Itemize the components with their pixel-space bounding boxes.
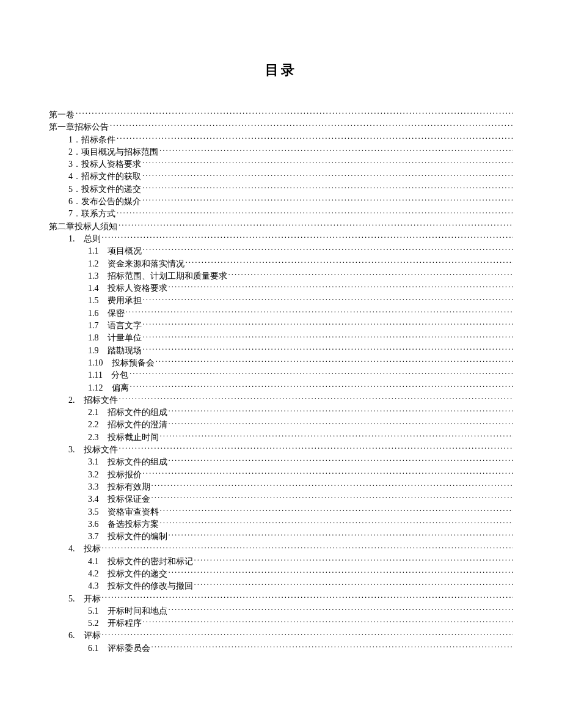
toc-entry-label: 3.6 备选投标方案 [88,518,159,531]
toc-entry: 1.11 分包 [49,369,513,381]
toc-title: 目录 [49,61,513,79]
toc-leader-dots [160,432,514,440]
toc-leader-dots [119,394,514,403]
toc-entry: 3.4 投标保证金 [49,493,513,506]
toc-entry-label: 5.2 开标程序 [88,617,142,630]
toc-leader-dots [110,121,513,130]
toc-entry: 3.1 投标文件的组成 [49,456,513,468]
toc-entry: 3.7 投标文件的编制 [49,531,513,543]
toc-entry-label: 5. 开标 [68,593,101,605]
toc-entry-label: 4. 投标 [68,543,101,555]
toc-entry: 4．招标文件的获取 [49,171,513,183]
toc-entry-label: 1.8 计量单位 [88,332,142,344]
toc-leader-dots [194,580,514,589]
toc-leader-dots [186,258,514,267]
toc-entry-label: 1.1 项目概况 [88,245,142,257]
toc-leader-dots [169,531,514,539]
toc-leader-dots [159,146,513,155]
toc-leader-dots [142,171,513,179]
toc-leader-dots [228,270,514,279]
toc-entry: 1.8 计量单位 [49,332,513,344]
toc-leader-dots [143,320,514,328]
toc-leader-dots [102,630,514,638]
toc-entry: 4.3 投标文件的修改与撤回 [49,580,513,592]
toc-entry-label: 第一卷 [49,109,75,121]
toc-leader-dots [102,593,514,601]
toc-entry-label: 4.3 投标文件的修改与撤回 [88,580,193,592]
toc-leader-dots [143,245,514,254]
toc-entry-label: 3.7 投标文件的编制 [88,531,167,543]
toc-entry: 5. 开标 [49,593,513,605]
toc-entry: 5.2 开标程序 [49,617,513,630]
toc-leader-dots [117,208,513,216]
toc-leader-dots [143,345,514,353]
toc-leader-dots [143,332,514,340]
toc-entry: 1.1 项目概况 [49,245,513,257]
toc-leader-dots [156,357,514,366]
toc-entry-label: 3. 投标文件 [68,444,118,456]
toc-entry: 1．招标条件 [49,134,513,146]
toc-entry-label: 7．联系方式 [68,208,115,220]
toc-entry: 1.9 踏勘现场 [49,345,513,357]
toc-leader-dots [142,158,513,167]
toc-entry: 1.10 投标预备会 [49,357,513,369]
toc-leader-dots [169,406,514,415]
toc-entry-label: 3．投标人资格要求 [68,158,141,171]
toc-entry-label: 2.3 投标截止时间 [88,432,159,444]
toc-entry-label: 1．招标条件 [68,134,115,146]
toc-entry-label: 1.12 偏离 [88,382,129,394]
toc-entry: 第二章投标人须知 [49,221,513,233]
toc-entry: 1.3 招标范围、计划工期和质量要求 [49,270,513,282]
toc-entry-label: 3.4 投标保证金 [88,493,150,506]
toc-entry: 1.7 语言文字 [49,320,513,332]
toc-entry: 1.4 投标人资格要求 [49,282,513,295]
toc-entry: 2. 招标文件 [49,394,513,406]
toc-leader-dots [119,221,513,229]
toc-leader-dots [169,605,514,614]
toc-leader-dots [126,307,514,316]
toc-entry: 2.3 投标截止时间 [49,432,513,444]
toc-leader-dots [142,183,513,192]
toc-entry: 7．联系方式 [49,208,513,220]
toc-entry-label: 第二章投标人须知 [49,221,117,233]
toc-entry-label: 1.2 资金来源和落实情况 [88,258,184,270]
toc-leader-dots [117,134,513,142]
toc-leader-dots [142,196,513,204]
toc-entry-label: 第一章招标公告 [49,121,109,133]
toc-entry-label: 1.3 招标范围、计划工期和质量要求 [88,270,227,282]
toc-entry-label: 3.2 投标报价 [88,469,142,481]
toc-leader-dots [194,556,514,564]
toc-leader-dots [151,481,514,490]
toc-entry-label: 1. 总则 [68,233,101,245]
toc-leader-dots [160,518,514,527]
toc-entry-label: 5.1 开标时间和地点 [88,605,167,617]
toc-entry-label: 6．发布公告的媒介 [68,196,141,208]
toc-entry: 2.1 招标文件的组成 [49,406,513,419]
toc-entry: 1.2 资金来源和落实情况 [49,258,513,270]
toc-entry: 第一章招标公告 [49,121,513,133]
toc-leader-dots [143,617,514,626]
toc-leader-dots [119,444,514,452]
toc-entry: 5.1 开标时间和地点 [49,605,513,617]
toc-entry-label: 4.2 投标文件的递交 [88,568,167,580]
toc-leader-dots [143,469,514,477]
toc-entry-label: 2.1 招标文件的组成 [88,406,167,419]
toc-entry: 3．投标人资格要求 [49,158,513,171]
toc-entry: 2．项目概况与招标范围 [49,146,513,158]
toc-entry: 4.2 投标文件的递交 [49,568,513,580]
toc-entry: 3.6 备选投标方案 [49,518,513,531]
toc-entry-label: 2．项目概况与招标范围 [68,146,158,158]
toc-leader-dots [143,295,514,303]
toc-entry-label: 3.5 资格审查资料 [88,506,159,518]
toc-entry-label: 1.11 分包 [88,369,128,381]
toc-entry-label: 6.1 评标委员会 [88,642,150,655]
toc-entry-label: 1.10 投标预备会 [88,357,155,369]
toc-entry: 3.5 资格审查资料 [49,506,513,518]
toc-leader-dots [169,456,514,465]
toc-entry-label: 6. 评标 [68,630,101,642]
toc-entry: 1.5 费用承担 [49,295,513,307]
toc-leader-dots [76,109,513,117]
toc-entry: 3.2 投标报价 [49,469,513,481]
toc-entry-label: 4．招标文件的获取 [68,171,141,183]
toc-entry: 1.6 保密 [49,307,513,320]
